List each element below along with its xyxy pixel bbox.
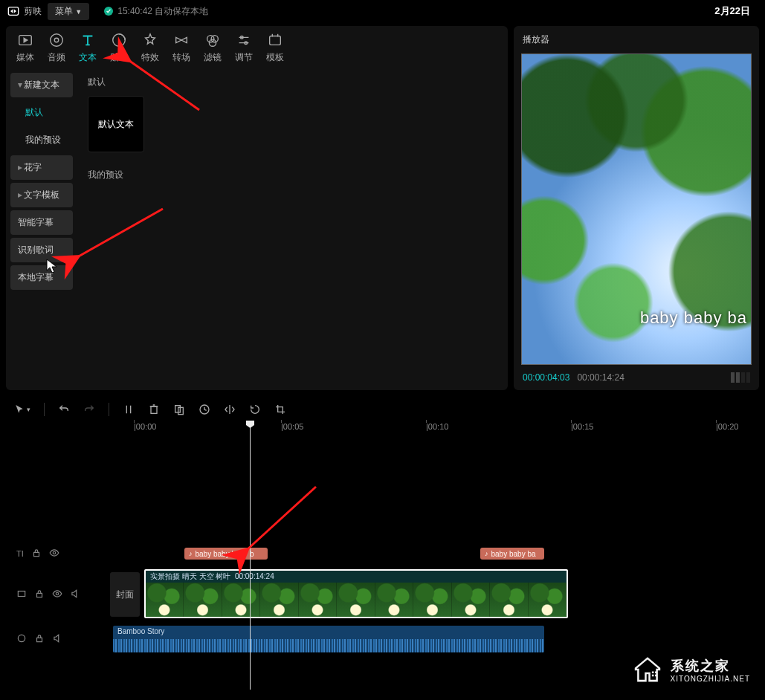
cover-button[interactable]: 封面 bbox=[110, 572, 140, 617]
player-title: 播放器 bbox=[514, 26, 759, 54]
audio-track-icon bbox=[16, 633, 27, 646]
app-name: 剪映 bbox=[24, 5, 42, 18]
text-clip-1[interactable]: ♪baby baby baby b bbox=[184, 548, 268, 560]
text-clip-2[interactable]: ♪baby baby ba bbox=[480, 548, 544, 560]
tab-template[interactable]: 模板 bbox=[266, 32, 284, 64]
eye-icon[interactable] bbox=[49, 548, 59, 560]
lock-icon[interactable] bbox=[34, 633, 45, 646]
lock-icon[interactable] bbox=[31, 548, 42, 560]
svg-rect-0 bbox=[8, 7, 18, 16]
svg-point-7 bbox=[209, 39, 216, 46]
ratio-icon[interactable] bbox=[731, 372, 750, 383]
rotate-icon[interactable] bbox=[249, 404, 261, 415]
split-icon[interactable] bbox=[123, 404, 135, 415]
tab-effects[interactable]: 特效 bbox=[141, 32, 159, 64]
sidebar-local-subtitle[interactable]: 本地字幕 bbox=[10, 265, 73, 290]
mute-icon[interactable] bbox=[70, 589, 80, 601]
svg-rect-17 bbox=[18, 591, 25, 596]
svg-rect-11 bbox=[151, 406, 157, 413]
app-logo-icon bbox=[7, 5, 19, 17]
watermark: 系统之家 XITONGZHIJIA.NET bbox=[632, 655, 751, 684]
sidebar-smart-subtitle[interactable]: 智能字幕 bbox=[10, 210, 73, 235]
sidebar-fancy-text[interactable]: ▸花字 bbox=[10, 155, 73, 180]
video-clip[interactable]: 实景拍摄 晴天 天空 树叶 00:00:14:24 bbox=[144, 569, 568, 618]
tab-media[interactable]: 媒体 bbox=[16, 32, 34, 64]
mute-icon[interactable] bbox=[52, 633, 62, 646]
audio-clip[interactable]: Bamboo Story bbox=[113, 626, 544, 652]
crop-icon[interactable] bbox=[274, 404, 286, 415]
check-icon bbox=[104, 7, 113, 16]
svg-point-19 bbox=[56, 592, 59, 595]
tab-adjust[interactable]: 调节 bbox=[235, 32, 253, 64]
tab-filter[interactable]: 滤镜 bbox=[204, 32, 222, 64]
svg-rect-25 bbox=[655, 675, 657, 677]
svg-point-3 bbox=[54, 38, 59, 42]
tab-text[interactable]: 文本 bbox=[79, 32, 97, 64]
tab-audio[interactable]: 音频 bbox=[48, 32, 65, 64]
speed-icon[interactable] bbox=[198, 404, 210, 415]
text-track-icon: TI bbox=[16, 549, 24, 558]
mirror-icon[interactable] bbox=[224, 404, 236, 415]
time-ruler[interactable]: |00:00 |00:05 |00:10 |00:15 |00:20 bbox=[125, 422, 759, 437]
sidebar-default[interactable]: 默认 bbox=[10, 100, 73, 125]
playhead[interactable] bbox=[250, 422, 251, 690]
svg-rect-22 bbox=[651, 672, 653, 674]
svg-rect-21 bbox=[37, 638, 42, 641]
date-label: 2月22日 bbox=[714, 4, 750, 18]
video-track-icon bbox=[16, 589, 27, 601]
text-track: TI ♪baby baby baby b ♪baby baby ba bbox=[6, 542, 759, 565]
svg-point-16 bbox=[53, 551, 56, 554]
sidebar-recognize-lyrics[interactable]: 识别歌词 bbox=[10, 238, 73, 262]
copy-icon[interactable] bbox=[173, 404, 185, 415]
sidebar-text-template[interactable]: ▸文字模板 bbox=[10, 183, 73, 207]
sidebar-new-text[interactable]: ▾新建文本 bbox=[10, 73, 73, 97]
section-default: 默认 bbox=[88, 76, 497, 88]
section-presets: 我的预设 bbox=[88, 169, 497, 181]
delete-icon[interactable] bbox=[148, 404, 160, 415]
svg-rect-10 bbox=[270, 36, 281, 45]
timecode-current: 00:00:04:03 bbox=[523, 372, 569, 383]
undo-icon[interactable] bbox=[58, 404, 70, 415]
video-track: 封面 实景拍摄 晴天 天空 树叶 00:00:14:24 bbox=[6, 568, 759, 621]
menu-button[interactable]: 菜单 ▼ bbox=[48, 3, 89, 20]
audio-track: Bamboo Story bbox=[6, 624, 759, 654]
svg-point-20 bbox=[18, 635, 25, 641]
default-text-thumb[interactable]: 默认文本 bbox=[88, 96, 144, 152]
svg-rect-24 bbox=[651, 675, 653, 677]
redo-icon[interactable] bbox=[83, 404, 95, 415]
lock-icon[interactable] bbox=[34, 589, 45, 601]
house-icon bbox=[632, 655, 663, 684]
sidebar-my-presets[interactable]: 我的预设 bbox=[10, 128, 73, 152]
eye-icon[interactable] bbox=[52, 589, 62, 601]
tab-transition[interactable]: 转场 bbox=[172, 32, 190, 64]
svg-rect-18 bbox=[37, 593, 42, 597]
autosave-status: 15:40:42 自动保存本地 bbox=[104, 5, 208, 18]
svg-rect-23 bbox=[655, 672, 657, 674]
player-viewport[interactable]: baby baby ba bbox=[521, 54, 752, 365]
pointer-tool-icon[interactable]: ▾ bbox=[13, 404, 30, 415]
svg-rect-15 bbox=[33, 552, 39, 556]
mouse-cursor bbox=[46, 259, 58, 276]
svg-point-2 bbox=[51, 34, 63, 47]
svg-point-6 bbox=[211, 36, 218, 42]
tab-sticker[interactable]: 贴纸 bbox=[110, 32, 128, 64]
timecode-duration: 00:00:14:24 bbox=[577, 372, 624, 383]
